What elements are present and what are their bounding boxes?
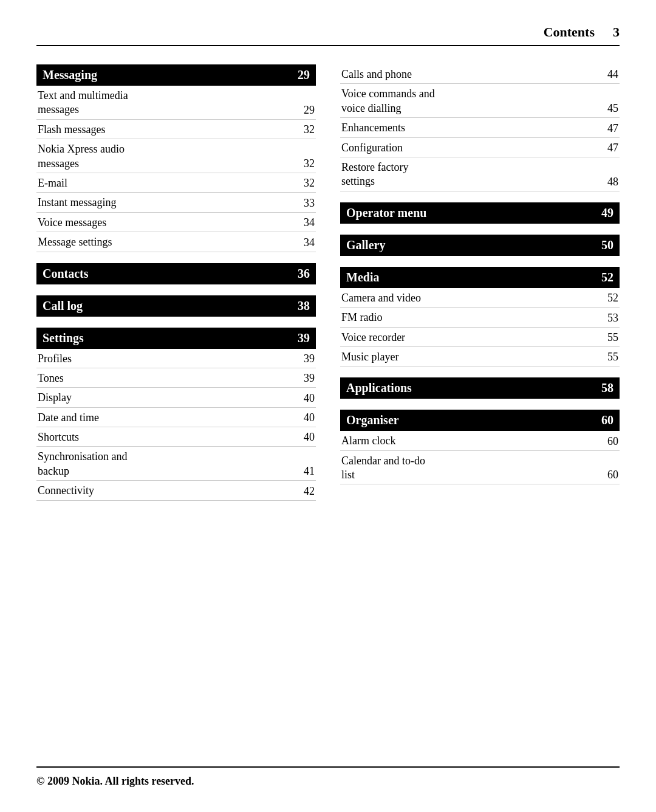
- toc-page-restore-factory: 48: [607, 176, 618, 189]
- toc-label-enhancements: Enhancements: [341, 121, 607, 135]
- section-header-contacts: Contacts 36: [36, 263, 316, 284]
- toc-label-profiles: Profiles: [38, 352, 304, 366]
- toc-item-restore-factory: Restore factorysettings 48: [340, 157, 620, 191]
- toc-item-fm-radio: FM radio 53: [340, 308, 620, 327]
- section-header-settings: Settings 39: [36, 328, 316, 349]
- toc-page-nokia-xpress: 32: [304, 157, 315, 171]
- section-operator-menu: Operator menu 49: [340, 202, 620, 224]
- page: Contents 3 Messaging 29 Text and multime…: [0, 0, 656, 812]
- section-header-applications: Applications 58: [340, 377, 620, 399]
- toc-item-profiles: Profiles 39: [36, 349, 316, 368]
- toc-label-voice-messages: Voice messages: [38, 216, 304, 230]
- toc-item-nokia-xpress: Nokia Xpress audiomessages 32: [36, 139, 316, 173]
- toc-item-email: E-mail 32: [36, 173, 316, 193]
- left-column: Messaging 29 Text and multimediamessages…: [36, 64, 316, 766]
- toc-label-music-player: Music player: [341, 350, 607, 364]
- section-media: Media 52 Camera and video 52 FM radio 53…: [340, 267, 620, 367]
- header-page-number: 3: [613, 24, 620, 40]
- section-calls-phone: Calls and phone 44 Voice commands andvoi…: [340, 64, 620, 191]
- footer-text: © 2009 Nokia. All rights reserved.: [36, 775, 194, 787]
- toc-label-camera-video: Camera and video: [341, 291, 607, 305]
- toc-page-connectivity: 42: [304, 485, 315, 498]
- section-label-settings: Settings: [43, 331, 84, 345]
- page-footer: © 2009 Nokia. All rights reserved.: [36, 766, 620, 788]
- toc-page-flash-messages: 32: [304, 123, 315, 137]
- toc-page-voice-messages: 34: [304, 216, 315, 230]
- toc-label-email: E-mail: [38, 176, 304, 190]
- toc-page-instant-messaging: 33: [304, 197, 315, 210]
- section-messaging: Messaging 29 Text and multimediamessages…: [36, 64, 316, 252]
- section-page-media: 52: [601, 270, 613, 284]
- toc-label-display: Display: [38, 391, 304, 405]
- section-header-operator-menu: Operator menu 49: [340, 202, 620, 224]
- toc-item-configuration: Configuration 47: [340, 138, 620, 157]
- section-calllog: Call log 38: [36, 295, 316, 317]
- section-label-gallery: Gallery: [346, 238, 385, 252]
- toc-item-alarm-clock: Alarm clock 60: [340, 431, 620, 450]
- toc-label-voice-recorder: Voice recorder: [341, 331, 607, 345]
- toc-page-text-multimedia: 29: [304, 104, 315, 117]
- toc-item-sync-backup: Synchronisation andbackup 41: [36, 447, 316, 481]
- section-label-organiser: Organiser: [346, 413, 399, 427]
- toc-page-voice-recorder: 55: [607, 331, 618, 345]
- toc-label-flash-messages: Flash messages: [38, 123, 304, 137]
- header-title: Contents: [544, 24, 595, 40]
- toc-label-calendar-todo: Calendar and to-dolist: [341, 454, 607, 483]
- toc-page-shortcuts: 40: [304, 431, 315, 444]
- toc-page-date-time: 40: [304, 411, 315, 425]
- section-label-operator-menu: Operator menu: [346, 206, 426, 220]
- page-header: Contents 3: [36, 24, 620, 46]
- toc-label-voice-commands: Voice commands andvoice dialling: [341, 87, 607, 115]
- toc-label-message-settings: Message settings: [38, 235, 304, 249]
- toc-page-configuration: 47: [607, 142, 618, 155]
- toc-item-camera-video: Camera and video 52: [340, 288, 620, 308]
- toc-item-tones: Tones 39: [36, 368, 316, 388]
- section-page-applications: 58: [601, 381, 613, 395]
- toc-page-message-settings: 34: [304, 236, 315, 250]
- toc-item-voice-recorder: Voice recorder 55: [340, 328, 620, 347]
- section-gallery: Gallery 50: [340, 235, 620, 256]
- toc-page-calendar-todo: 60: [607, 469, 618, 482]
- toc-item-calls-phone: Calls and phone 44: [340, 64, 620, 84]
- toc-page-enhancements: 47: [607, 122, 618, 136]
- toc-item-voice-commands: Voice commands andvoice dialling 45: [340, 84, 620, 118]
- section-label-applications: Applications: [346, 381, 412, 395]
- toc-item-calendar-todo: Calendar and to-dolist 60: [340, 451, 620, 485]
- toc-page-profiles: 39: [304, 353, 315, 366]
- toc-page-display: 40: [304, 392, 315, 405]
- toc-page-voice-commands: 45: [607, 102, 618, 115]
- section-settings: Settings 39 Profiles 39 Tones 39 Display…: [36, 328, 316, 501]
- toc-item-text-multimedia: Text and multimediamessages 29: [36, 86, 316, 120]
- section-header-calllog: Call log 38: [36, 295, 316, 317]
- toc-page-email: 32: [304, 177, 315, 190]
- toc-page-alarm-clock: 60: [607, 435, 618, 449]
- toc-label-configuration: Configuration: [341, 141, 607, 155]
- toc-label-date-time: Date and time: [38, 411, 304, 425]
- section-organiser: Organiser 60 Alarm clock 60 Calendar and…: [340, 410, 620, 484]
- section-page-organiser: 60: [601, 413, 613, 427]
- toc-item-display: Display 40: [36, 388, 316, 407]
- toc-label-nokia-xpress: Nokia Xpress audiomessages: [38, 142, 304, 171]
- toc-page-camera-video: 52: [607, 292, 618, 305]
- section-header-messaging: Messaging 29: [36, 64, 316, 86]
- section-page-operator-menu: 49: [601, 206, 613, 220]
- toc-page-sync-backup: 41: [304, 465, 315, 478]
- toc-item-enhancements: Enhancements 47: [340, 118, 620, 137]
- toc-label-text-multimedia: Text and multimediamessages: [38, 89, 304, 117]
- section-page-calllog: 38: [298, 299, 310, 313]
- toc-label-sync-backup: Synchronisation andbackup: [38, 450, 304, 478]
- section-label-messaging: Messaging: [43, 68, 97, 82]
- section-page-contacts: 36: [298, 267, 310, 281]
- content-columns: Messaging 29 Text and multimediamessages…: [36, 64, 620, 766]
- toc-item-flash-messages: Flash messages 32: [36, 120, 316, 139]
- toc-label-fm-radio: FM radio: [341, 311, 607, 325]
- section-page-messaging: 29: [298, 68, 310, 82]
- toc-item-shortcuts: Shortcuts 40: [36, 427, 316, 447]
- section-page-gallery: 50: [601, 238, 613, 252]
- toc-page-tones: 39: [304, 372, 315, 385]
- toc-label-restore-factory: Restore factorysettings: [341, 160, 607, 189]
- section-header-gallery: Gallery 50: [340, 235, 620, 256]
- right-column: Calls and phone 44 Voice commands andvoi…: [340, 64, 620, 766]
- toc-item-voice-messages: Voice messages 34: [36, 213, 316, 232]
- section-label-media: Media: [346, 270, 379, 284]
